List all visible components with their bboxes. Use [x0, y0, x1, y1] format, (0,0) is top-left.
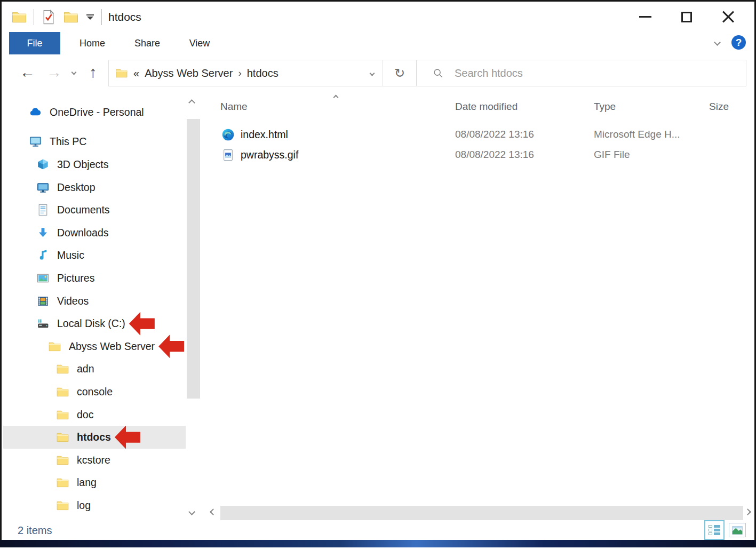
sidebar-item-adn[interactable]: adn — [3, 358, 186, 381]
sidebar-item-this-pc[interactable]: This PC — [3, 131, 186, 154]
title-bar: htdocs — [2, 2, 754, 32]
folder-icon — [56, 476, 69, 489]
tab-home[interactable]: Home — [70, 32, 115, 54]
details-view-button[interactable] — [704, 520, 725, 540]
sidebar-scrollbar[interactable] — [187, 119, 200, 399]
column-header-name[interactable]: Name — [207, 101, 455, 113]
divider — [34, 9, 34, 25]
3d-objects-icon — [36, 158, 50, 171]
sidebar-item-onedrive-personal[interactable]: OneDrive - Personal — [3, 101, 186, 124]
close-button[interactable] — [707, 2, 749, 32]
horizontal-scrollbar[interactable] — [220, 506, 743, 520]
onedrive-cloud-icon — [29, 106, 42, 119]
sidebar-scroll-up-icon[interactable] — [188, 99, 195, 106]
thumbnail-view-icon — [731, 524, 743, 536]
tab-view[interactable]: View — [178, 32, 221, 54]
sidebar-item-label: doc — [77, 409, 93, 421]
folder-icon — [56, 453, 69, 467]
breadcrumb-separator: › — [238, 67, 241, 79]
sidebar-item-downloads[interactable]: Downloads — [3, 221, 186, 244]
videos-icon — [36, 295, 50, 308]
desktop-icon — [36, 181, 50, 194]
sidebar-item-kcstore[interactable]: kcstore — [3, 449, 186, 472]
folder-icon[interactable] — [11, 9, 27, 25]
screenshot-stage: htdocs File Home Share View ? ← → ↑ — [0, 0, 756, 549]
sidebar-item-label: Videos — [57, 295, 89, 307]
file-type: GIF File — [594, 149, 709, 161]
sidebar-item-htdocs[interactable]: htdocs — [3, 426, 186, 449]
folder-icon[interactable] — [63, 9, 79, 25]
breadcrumb-prefix[interactable]: « — [133, 67, 139, 79]
file-name: pwrabyss.gif — [241, 149, 298, 161]
sidebar-item-videos[interactable]: Videos — [3, 290, 186, 313]
sidebar-item-3d-objects[interactable]: 3D Objects — [3, 153, 186, 176]
large-icons-view-button[interactable] — [729, 523, 746, 537]
sidebar-scroll-down-icon[interactable] — [188, 508, 195, 515]
column-header-type[interactable]: Type — [594, 101, 709, 113]
file-rows: index.html08/08/2022 13:16Microsoft Edge… — [207, 124, 750, 165]
breadcrumb-item-abyss-web-server[interactable]: Abyss Web Server — [145, 67, 233, 79]
customize-quick-access-icon[interactable] — [85, 13, 95, 21]
file-row-index-html[interactable]: index.html08/08/2022 13:16Microsoft Edge… — [207, 124, 750, 145]
forward-button[interactable]: → — [46, 62, 62, 82]
up-button[interactable]: ↑ — [89, 62, 97, 82]
file-list-panel: Name Date modified Type Size index.html0… — [207, 92, 750, 165]
search-icon — [432, 67, 444, 79]
file-row-pwrabyss-gif[interactable]: pwrabyss.gif08/08/2022 13:16GIF File — [207, 145, 750, 165]
sidebar-item-label: lang — [77, 476, 97, 489]
sidebar-item-label: Desktop — [57, 181, 96, 194]
refresh-button[interactable]: ↻ — [383, 60, 416, 86]
tab-file[interactable]: File — [9, 32, 60, 54]
explorer-window: htdocs File Home Share View ? ← → ↑ — [0, 0, 756, 540]
items-count: 2 items — [18, 524, 52, 537]
sidebar-item-desktop[interactable]: Desktop — [3, 176, 186, 199]
sidebar-item-pictures[interactable]: Pictures — [3, 267, 186, 290]
checked-document-icon[interactable] — [41, 9, 57, 25]
sidebar-item-label: console — [77, 386, 113, 398]
close-icon — [721, 10, 735, 24]
pictures-icon — [36, 272, 50, 285]
expand-ribbon-icon[interactable] — [714, 39, 721, 46]
help-icon[interactable]: ? — [731, 35, 746, 50]
music-icon — [36, 249, 50, 262]
navigation-toolbar: ← → ↑ « Abyss Web Server › htdocs ↻ Sear… — [2, 55, 754, 91]
annotation-red-arrow — [158, 335, 184, 358]
hscroll-left-icon[interactable] — [210, 508, 217, 515]
sidebar-item-documents[interactable]: Documents — [3, 198, 186, 221]
column-header-date-modified[interactable]: Date modified — [455, 101, 594, 113]
sidebar-item-label: Music — [57, 249, 84, 261]
local-disk-icon — [36, 317, 50, 330]
sidebar-item-label: OneDrive - Personal — [50, 106, 144, 118]
sidebar-item-lang[interactable]: lang — [3, 472, 186, 495]
sidebar-item-local-disk-c[interactable]: Local Disk (C:) — [3, 312, 186, 335]
divider — [101, 9, 102, 25]
hscroll-right-icon[interactable] — [744, 508, 751, 515]
sidebar-item-label: Abyss Web Server — [69, 340, 155, 353]
breadcrumb-item-htdocs[interactable]: htdocs — [247, 67, 278, 79]
folder-icon — [56, 362, 69, 376]
recent-locations-icon[interactable] — [71, 70, 77, 75]
tab-share[interactable]: Share — [123, 32, 171, 54]
back-button[interactable]: ← — [20, 62, 35, 82]
this-pc-icon — [29, 135, 42, 148]
annotation-red-arrow — [115, 426, 140, 449]
sidebar-item-console[interactable]: console — [3, 380, 186, 403]
sidebar-item-log[interactable]: log — [3, 494, 186, 517]
maximize-button[interactable] — [666, 2, 707, 32]
sidebar-item-doc[interactable]: doc — [3, 403, 186, 426]
minimize-button[interactable] — [624, 2, 666, 32]
sidebar-item-label: log — [77, 499, 91, 512]
sidebar-item-abyss-web-server[interactable]: Abyss Web Server — [3, 335, 186, 358]
sidebar-item-label: This PC — [50, 136, 86, 148]
sidebar-item-label: kcstore — [77, 454, 110, 466]
address-dropdown-icon[interactable] — [370, 70, 375, 76]
search-input[interactable]: Search htdocs — [417, 60, 746, 86]
downloads-icon — [36, 226, 50, 240]
column-header-size[interactable]: Size — [709, 101, 739, 113]
folder-icon — [115, 67, 128, 79]
address-bar[interactable]: « Abyss Web Server › htdocs ↻ — [108, 60, 417, 86]
file-date-modified: 08/08/2022 13:16 — [455, 149, 594, 161]
folder-icon — [56, 431, 69, 444]
sidebar-item-label: Pictures — [57, 272, 94, 284]
sidebar-item-music[interactable]: Music — [3, 244, 186, 267]
